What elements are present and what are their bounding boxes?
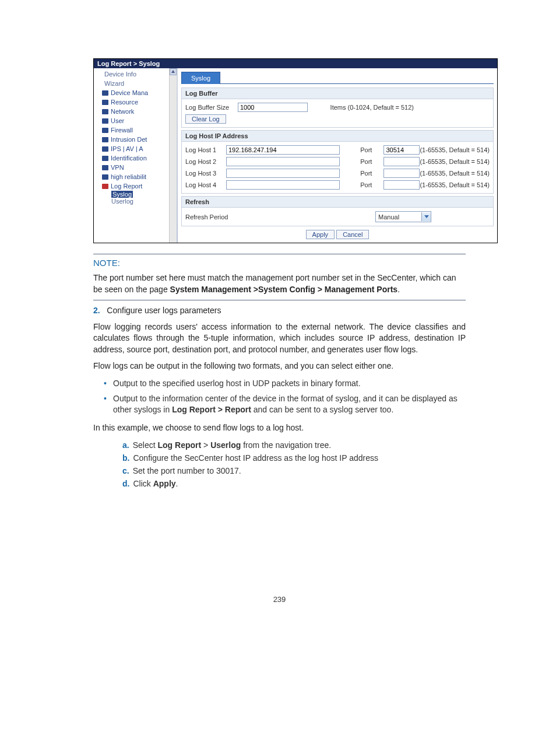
step2-p1: Flow logging records users' access infor… bbox=[93, 321, 466, 356]
sub-step-d: d.Click Apply. bbox=[122, 477, 466, 490]
log-host-4-port-input[interactable] bbox=[383, 180, 420, 190]
log-buffer-size-label: Log Buffer Size bbox=[185, 104, 238, 111]
section-refresh-header: Refresh bbox=[181, 196, 494, 208]
log-host-2-ip-input[interactable] bbox=[226, 157, 340, 166]
log-host-3-port-input[interactable] bbox=[383, 169, 420, 178]
nav-vpn[interactable]: VPN bbox=[94, 163, 177, 172]
folder-icon bbox=[102, 146, 108, 152]
refresh-period-value: Manual bbox=[378, 214, 399, 220]
port-hint: (1-65535, Default = 514) bbox=[420, 181, 490, 188]
sub-step-b: b.Configure the SecCenter host IP addres… bbox=[122, 452, 466, 464]
note-heading: NOTE: bbox=[93, 258, 466, 268]
step2-p3: In this example, we choose to send flow … bbox=[93, 422, 466, 434]
nav-user[interactable]: User bbox=[94, 116, 177, 125]
apply-button[interactable]: Apply bbox=[306, 230, 335, 239]
log-host-4-ip-input[interactable] bbox=[226, 180, 340, 190]
chevron-down-icon bbox=[421, 212, 431, 221]
port-label: Port bbox=[360, 146, 372, 153]
syslog-config-screenshot: Log Report > Syslog Device Info Wizard D… bbox=[93, 58, 498, 243]
output-format-list: Output to the specified userlog host in … bbox=[93, 376, 466, 418]
nav-device-management[interactable]: Device Mana bbox=[94, 88, 177, 97]
clear-log-button[interactable]: Clear Log bbox=[185, 114, 226, 124]
nav-identification[interactable]: Identification bbox=[94, 153, 177, 163]
log-host-2-label: Log Host 2 bbox=[185, 158, 226, 165]
list-item: Output to the specified userlog host in … bbox=[113, 376, 466, 391]
nav-device-info[interactable]: Device Info bbox=[94, 69, 177, 79]
port-label: Port bbox=[360, 181, 372, 188]
folder-icon bbox=[102, 137, 108, 142]
port-label: Port bbox=[360, 170, 372, 177]
page-number: 239 bbox=[93, 595, 466, 604]
port-label: Port bbox=[360, 158, 372, 165]
nav-userlog[interactable]: Userlog bbox=[94, 198, 177, 205]
section-log-host-header: Log Host IP Address bbox=[181, 130, 494, 142]
log-host-1-port-input[interactable] bbox=[383, 145, 420, 155]
log-host-4-label: Log Host 4 bbox=[185, 181, 226, 188]
log-buffer-size-input[interactable] bbox=[238, 103, 308, 112]
nav-syslog[interactable]: Syslog bbox=[94, 191, 177, 198]
folder-icon bbox=[102, 165, 108, 170]
log-buffer-hint: Items (0-1024, Default = 512) bbox=[330, 104, 414, 111]
nav-firewall[interactable]: Firewall bbox=[94, 125, 177, 135]
folder-icon bbox=[102, 90, 108, 96]
main-panel: Syslog Log Buffer Log Buffer Size Items … bbox=[178, 68, 497, 243]
log-host-1-label: Log Host 1 bbox=[185, 146, 226, 153]
note-body: The port number set here must match the … bbox=[93, 272, 466, 295]
list-item: Output to the information center of the … bbox=[113, 391, 466, 418]
port-hint: (1-65535, Default = 514) bbox=[420, 146, 490, 153]
port-hint: (1-65535, Default = 514) bbox=[420, 158, 490, 165]
cancel-button[interactable]: Cancel bbox=[336, 230, 369, 239]
log-host-2-port-input[interactable] bbox=[383, 157, 420, 166]
folder-icon bbox=[102, 156, 108, 161]
section-log-buffer-header: Log Buffer bbox=[181, 88, 494, 99]
nav-intrusion-detection[interactable]: Intrusion Det bbox=[94, 135, 177, 144]
sub-step-c: c.Set the port number to 30017. bbox=[122, 464, 466, 477]
folder-icon bbox=[102, 109, 108, 114]
nav-log-report[interactable]: Log Report bbox=[94, 181, 177, 191]
refresh-period-label: Refresh Period bbox=[185, 214, 238, 220]
nav-high-reliability[interactable]: high reliabilit bbox=[94, 172, 177, 181]
sub-steps: a.Select Log Report > Userlog from the n… bbox=[93, 439, 466, 490]
sub-step-a: a.Select Log Report > Userlog from the n… bbox=[122, 439, 466, 452]
log-host-3-label: Log Host 3 bbox=[185, 170, 226, 177]
step-2-heading: 2. Configure user logs parameters bbox=[93, 305, 466, 317]
sidebar-scrollbar[interactable] bbox=[169, 68, 177, 243]
log-host-1-ip-input[interactable] bbox=[226, 145, 340, 155]
breadcrumb: Log Report > Syslog bbox=[94, 59, 497, 68]
step2-p2: Flow logs can be output in the following… bbox=[93, 360, 466, 372]
log-host-3-ip-input[interactable] bbox=[226, 169, 340, 178]
port-hint: (1-65535, Default = 514) bbox=[420, 170, 490, 177]
nav-sidebar: Device Info Wizard Device Mana Resource … bbox=[94, 68, 177, 243]
folder-icon bbox=[102, 100, 108, 105]
nav-resource[interactable]: Resource bbox=[94, 97, 177, 107]
folder-icon bbox=[102, 184, 108, 189]
folder-icon bbox=[102, 118, 108, 124]
nav-ips-av[interactable]: IPS | AV | A bbox=[94, 144, 177, 153]
tab-syslog[interactable]: Syslog bbox=[181, 72, 220, 84]
refresh-period-select[interactable]: Manual bbox=[375, 211, 431, 222]
nav-wizard[interactable]: Wizard bbox=[94, 79, 177, 88]
folder-icon bbox=[102, 174, 108, 180]
folder-icon bbox=[102, 128, 108, 133]
chevron-up-icon bbox=[171, 70, 175, 73]
nav-network[interactable]: Network bbox=[94, 107, 177, 116]
